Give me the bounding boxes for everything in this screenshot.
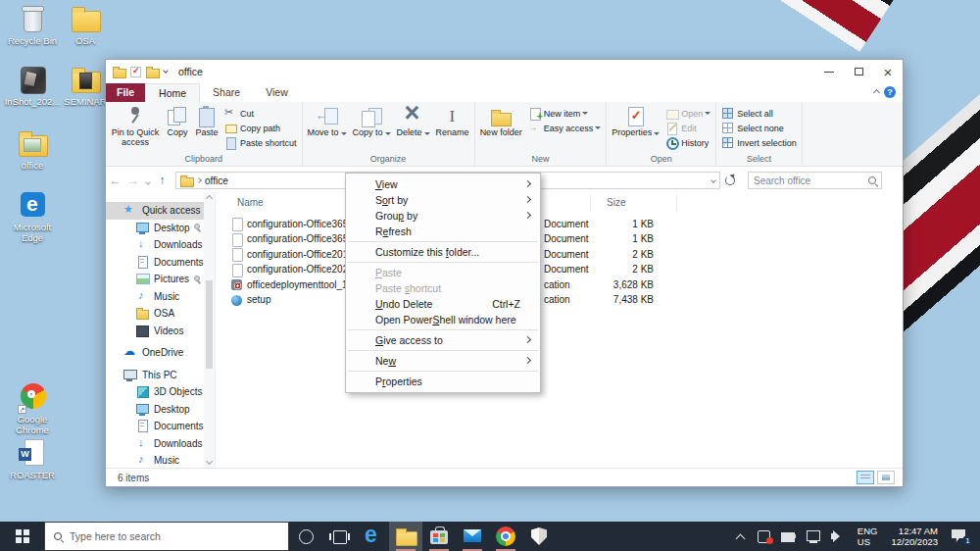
sidebar-item-downloads[interactable]: Downloads (106, 435, 204, 453)
sidebar-item-onedrive[interactable]: OneDrive (106, 344, 204, 362)
tab-file[interactable]: File (106, 83, 145, 102)
desktop-icon-osa[interactable]: OSA (57, 4, 114, 46)
sidebar-item-videos[interactable]: Videos (106, 323, 204, 340)
file-row-configuration-office365-x[interactable]: configuration-Office365-xDocument1 KB (216, 217, 903, 232)
task-view-button[interactable] (322, 522, 356, 551)
sidebar-item-osa[interactable]: OSA (106, 305, 204, 323)
tab-home[interactable]: Home (145, 83, 200, 102)
breadcrumb-chevron-icon[interactable] (196, 177, 202, 183)
context-menu-item-open-powershell-window-here[interactable]: Open PowerShell window here (346, 312, 540, 327)
details-view-button[interactable] (857, 471, 874, 484)
move-to-button[interactable]: Move to (305, 103, 350, 137)
sidebar-item-downloads[interactable]: Downloads (106, 236, 204, 254)
search-box[interactable]: Search office (748, 172, 882, 189)
invert-selection-button[interactable]: Invert selection (718, 135, 800, 150)
qat-new-folder-icon[interactable] (146, 67, 159, 77)
scroll-down-icon[interactable] (205, 458, 212, 465)
desktop-icon-microsoft-edge[interactable]: Microsoft Edge (4, 190, 61, 243)
clock[interactable]: 12:47 AM 12/20/2023 (891, 526, 938, 547)
taskbar-edge-icon[interactable] (356, 522, 389, 551)
delete-button[interactable]: Delete (394, 103, 433, 137)
file-row-configuration-office2019e[interactable]: configuration-Office2019EDocument2 KB (216, 247, 903, 263)
desktop-icon-inshot-202[interactable]: InShot_202... (4, 65, 61, 107)
context-menu-item-group-by[interactable]: Group by (346, 208, 540, 224)
taskbar-defender-icon[interactable] (522, 522, 556, 551)
battery-icon[interactable] (781, 528, 798, 544)
select-all-button[interactable]: Select all (718, 106, 800, 121)
minimize-button[interactable] (814, 60, 844, 83)
scrollbar-thumb[interactable] (206, 280, 213, 369)
up-button[interactable]: ↑ (153, 174, 172, 187)
sidebar-item-desktop[interactable]: Desktop (106, 220, 204, 237)
taskbar-chrome-icon[interactable] (489, 522, 522, 551)
sidebar-item-music[interactable]: Music (106, 452, 204, 468)
taskbar-explorer-icon[interactable] (389, 522, 422, 551)
copy-button[interactable]: Copy (163, 103, 192, 137)
network-icon[interactable] (806, 528, 822, 544)
cut-button[interactable]: Cut (221, 106, 300, 121)
copy-path-button[interactable]: Copy path (221, 121, 300, 135)
refresh-ic[interactable] (722, 172, 738, 189)
desktop-icon-roaster[interactable]: ROASTER (4, 438, 61, 480)
file-row-setup[interactable]: setupcation7,438 KB (216, 293, 903, 309)
desktop-icon-office[interactable]: office (4, 128, 61, 171)
column-header-name[interactable]: Name (237, 197, 264, 208)
sidebar-item-quick-access[interactable]: Quick access (106, 202, 204, 220)
rename-button[interactable]: Rename (433, 103, 472, 137)
hidden-icons-chevron-icon[interactable] (735, 533, 745, 543)
new-item-button[interactable]: New item (525, 106, 605, 121)
scroll-up-icon[interactable] (205, 195, 212, 202)
address-dropdown-icon[interactable] (710, 177, 716, 183)
easy-access-button[interactable]: Easy access (525, 121, 605, 135)
sidebar-item-3d-objects[interactable]: 3D Objects (106, 383, 204, 401)
desktop-icon-recycle-bin[interactable]: Recycle Bin (4, 4, 61, 46)
context-menu-item-undo-delete[interactable]: Undo DeleteCtrl+Z (346, 296, 540, 312)
maximize-button[interactable] (844, 60, 873, 83)
start-button[interactable] (0, 522, 44, 551)
context-menu-item-sort-by[interactable]: Sort by (346, 192, 540, 208)
sidebar-item-documents[interactable]: Documents (106, 418, 204, 435)
tab-share[interactable]: Share (200, 83, 253, 102)
new-folder-button[interactable]: New folder (477, 103, 525, 137)
qat-customize-chevron-icon[interactable] (163, 68, 169, 74)
file-row-configuration-office2021e[interactable]: configuration-Office2021EDocument2 KB (216, 263, 903, 278)
forward-button[interactable]: → (124, 174, 143, 187)
back-button[interactable]: ← (106, 174, 124, 187)
taskbar-search[interactable]: Type here to search (44, 522, 289, 551)
context-menu-item-properties[interactable]: Properties (346, 374, 540, 389)
copy-to-button[interactable]: Copy to (350, 103, 394, 137)
tab-view[interactable]: View (253, 83, 301, 102)
taskbar-store-icon[interactable] (422, 522, 456, 551)
sidebar-item-desktop[interactable]: Desktop (106, 401, 204, 419)
breadcrumb-location[interactable]: office (205, 175, 228, 186)
help-icon[interactable]: ? (884, 86, 896, 98)
thumbnails-view-button[interactable] (877, 471, 895, 484)
file-row-officedeploymenttool-167[interactable]: officedeploymenttool_167cation3,628 KB (216, 277, 903, 293)
paste-button[interactable]: Paste (192, 103, 221, 137)
history-button[interactable]: History (662, 135, 713, 150)
context-menu-item-new[interactable]: New (346, 353, 540, 369)
column-header-size[interactable]: Size (607, 197, 625, 208)
context-menu-item-refresh[interactable]: Refresh (346, 224, 540, 239)
language-indicator[interactable]: ENG US (858, 526, 878, 547)
cortana-button[interactable] (289, 522, 322, 551)
select-none-button[interactable]: Select none (718, 121, 800, 135)
taskbar-mail-icon[interactable] (456, 522, 489, 551)
properties-button[interactable]: Properties (609, 103, 662, 137)
desktop-icon-google-chrome[interactable]: Google Chrome (4, 382, 61, 435)
paste-shortcut-button[interactable]: Paste shortcut (221, 135, 300, 150)
sidebar-item-pictures[interactable]: Pictures (106, 271, 204, 288)
action-center-icon[interactable]: 1 (950, 527, 971, 545)
close-button[interactable]: × (873, 60, 903, 83)
sidebar-scrollbar[interactable] (204, 192, 215, 468)
pin-to-quick-access-button[interactable]: Pin to Quick access (108, 103, 163, 147)
history-chevron-icon[interactable] (145, 179, 151, 185)
context-menu-item-customize-this-folder[interactable]: Customize this folder... (346, 244, 540, 260)
sidebar-item-music[interactable]: Music (106, 288, 204, 306)
context-menu-item-view[interactable]: View (346, 176, 540, 192)
sidebar-item-documents[interactable]: Documents (106, 254, 204, 272)
context-menu-item-give-access-to[interactable]: Give access to (346, 332, 540, 348)
volume-icon[interactable] (830, 528, 847, 544)
qat-properties-icon[interactable] (130, 67, 141, 77)
tray-notification-app-icon[interactable] (757, 528, 773, 544)
